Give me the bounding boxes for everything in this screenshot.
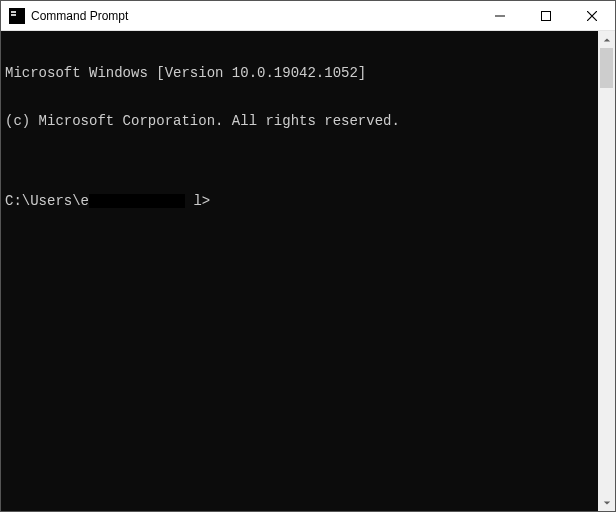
scrollbar-thumb[interactable] <box>600 48 613 88</box>
prompt-prefix: C:\Users\e <box>5 193 89 209</box>
scrollbar-track[interactable] <box>598 48 615 494</box>
chevron-down-icon <box>603 499 611 507</box>
close-button[interactable] <box>569 1 615 31</box>
window-title: Command Prompt <box>31 9 128 23</box>
prompt-line[interactable]: C:\Users\e l> <box>5 193 594 209</box>
version-line: Microsoft Windows [Version 10.0.19042.10… <box>5 65 594 81</box>
maximize-button[interactable] <box>523 1 569 31</box>
prompt-suffix: l> <box>185 193 210 209</box>
copyright-line: (c) Microsoft Corporation. All rights re… <box>5 113 594 129</box>
terminal-output[interactable]: Microsoft Windows [Version 10.0.19042.10… <box>1 31 598 511</box>
chevron-up-icon <box>603 36 611 44</box>
cmd-icon <box>9 8 25 24</box>
minimize-icon <box>495 11 505 21</box>
vertical-scrollbar[interactable] <box>598 31 615 511</box>
maximize-icon <box>541 11 551 21</box>
scroll-down-button[interactable] <box>598 494 615 511</box>
svg-rect-1 <box>542 11 551 20</box>
scroll-up-button[interactable] <box>598 31 615 48</box>
redacted-username <box>89 194 185 208</box>
close-icon <box>587 11 597 21</box>
minimize-button[interactable] <box>477 1 523 31</box>
client-area: Microsoft Windows [Version 10.0.19042.10… <box>1 31 615 511</box>
titlebar[interactable]: Command Prompt <box>1 1 615 31</box>
svg-rect-0 <box>495 15 505 16</box>
